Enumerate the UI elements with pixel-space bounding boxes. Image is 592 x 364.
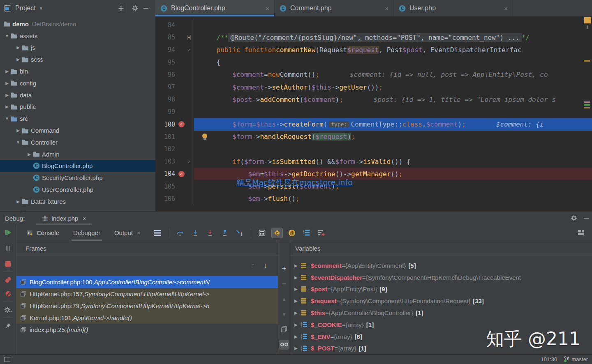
- tree-item-config[interactable]: ▶config: [0, 77, 155, 89]
- editor-tab-BlogController-php[interactable]: CBlogController.php×: [155, 0, 275, 16]
- inspection-indicator[interactable]: [584, 17, 591, 23]
- intention-bulb-icon[interactable]: [202, 134, 207, 138]
- chevron-right-icon[interactable]: ▶: [14, 199, 22, 204]
- gutter[interactable]: 95: [155, 56, 194, 69]
- gutter[interactable]: 85+: [155, 31, 194, 44]
- variable-row[interactable]: ▶$eventDispatcher = {Symfony\Component\H…: [290, 272, 592, 283]
- chevron-right-icon[interactable]: ▶: [294, 334, 301, 339]
- tree-item-Controller[interactable]: ▼Controller: [0, 136, 155, 148]
- gear-icon[interactable]: [571, 215, 577, 221]
- fold-down-icon[interactable]: ▽: [187, 48, 194, 52]
- evaluate-expression-button[interactable]: [257, 228, 268, 238]
- breakpoint-icon[interactable]: ✓: [175, 171, 187, 177]
- gutter[interactable]: 105: [155, 180, 194, 192]
- chevron-right-icon[interactable]: ▶: [294, 346, 301, 350]
- previous-frame-button[interactable]: ↑: [251, 262, 255, 270]
- tree-item-clipped[interactable]: ▶: [0, 207, 155, 211]
- step-into-button[interactable]: [190, 228, 201, 238]
- show-watches-button[interactable]: [278, 337, 290, 352]
- pin-tab-button[interactable]: [2, 320, 14, 331]
- variable-row[interactable]: ▶$post = {App\Entity\Post}[9]: [290, 283, 592, 295]
- threads-view-button[interactable]: [152, 228, 164, 238]
- chevron-down-icon[interactable]: ▼: [3, 116, 11, 121]
- stack-frame-row[interactable]: HttpKernel.php:157, Symfony\Component\Ht…: [16, 288, 278, 300]
- gutter[interactable]: 106: [155, 193, 194, 205]
- git-branch-widget[interactable]: master: [564, 356, 588, 362]
- gutter[interactable]: 101: [155, 131, 194, 143]
- chevron-down-icon[interactable]: ▼: [39, 6, 43, 11]
- chevron-right-icon[interactable]: ▶: [3, 93, 11, 97]
- view-breakpoints-button[interactable]: [2, 274, 14, 285]
- toolwindow-toggle-icon[interactable]: [4, 357, 10, 362]
- chevron-right-icon[interactable]: ▶: [294, 323, 301, 327]
- variable-row[interactable]: ▶$comment = {App\Entity\Comment}[5]: [290, 260, 592, 272]
- chevron-right-icon[interactable]: ▶: [3, 81, 11, 85]
- close-icon[interactable]: ×: [82, 215, 86, 222]
- gutter[interactable]: 99: [155, 106, 194, 118]
- move-down-button[interactable]: ▼: [278, 306, 290, 322]
- gutter[interactable]: 98: [155, 93, 194, 106]
- chevron-right-icon[interactable]: ▶: [14, 45, 22, 50]
- tree-item-Admin[interactable]: ▶Admin: [0, 148, 155, 160]
- tab-console[interactable]: Console: [22, 225, 63, 241]
- fold-down-icon[interactable]: ▽: [187, 159, 194, 164]
- tree-item-bin[interactable]: ▶bin: [0, 65, 155, 77]
- mail-at-button[interactable]: @: [286, 228, 298, 238]
- debug-session-tab[interactable]: index.php ×: [36, 212, 92, 225]
- gutter[interactable]: 102: [155, 143, 194, 155]
- stack-frame-row[interactable]: index.php:25, {main}(): [16, 324, 278, 336]
- move-up-button[interactable]: ▲: [278, 291, 290, 306]
- chevron-right-icon[interactable]: ▶: [14, 128, 22, 133]
- chevron-right-icon[interactable]: ▶: [294, 311, 301, 315]
- close-icon[interactable]: ×: [504, 5, 508, 12]
- variable-row[interactable]: ▶$request = {Symfony\Component\HttpFound…: [290, 295, 592, 307]
- resume-button[interactable]: [2, 227, 14, 238]
- gutter[interactable]: 103▽: [155, 155, 194, 168]
- close-icon[interactable]: ×: [385, 5, 388, 12]
- gutter[interactable]: 84: [155, 19, 194, 31]
- editor-tab-User-php[interactable]: CUser.php×: [394, 0, 513, 16]
- variable-row[interactable]: ▶$this = {App\Controller\BlogController}…: [290, 307, 592, 319]
- project-toolwindow-title[interactable]: Project: [15, 5, 36, 12]
- tab-output[interactable]: Output ×: [110, 225, 145, 241]
- breakpoint-icon[interactable]: ✓: [178, 171, 185, 177]
- tree-item-UserController.php[interactable]: CUserController.php: [0, 184, 155, 196]
- layout-settings-button[interactable]: [576, 228, 587, 238]
- tree-item-public[interactable]: ▶public: [0, 101, 155, 113]
- project-toolwindow-icon[interactable]: [4, 5, 11, 12]
- close-icon[interactable]: ×: [266, 5, 269, 12]
- chevron-right-icon[interactable]: ▶: [294, 287, 301, 291]
- remove-watch-button[interactable]: −: [278, 276, 290, 291]
- chevron-down-icon[interactable]: ▼: [14, 140, 22, 145]
- gutter[interactable]: 96: [155, 69, 194, 81]
- tree-item-Command[interactable]: ▶Command: [0, 124, 155, 136]
- debug-settings-button[interactable]: [2, 304, 14, 315]
- new-watch-button[interactable]: [316, 228, 327, 238]
- chevron-right-icon[interactable]: ▶: [14, 57, 22, 62]
- gutter[interactable]: 97: [155, 81, 194, 93]
- tree-item-DataFixtures[interactable]: ▶DataFixtures: [0, 196, 155, 207]
- stack-frame-row[interactable]: BlogController.php:100, App\Controller\B…: [16, 276, 278, 288]
- next-frame-button[interactable]: ↓: [264, 262, 268, 270]
- pause-button[interactable]: [2, 243, 14, 253]
- gutter[interactable]: 94▽: [155, 44, 194, 56]
- tree-item-src[interactable]: ▼src: [0, 113, 155, 124]
- show-values-inline-button[interactable]: 123: [301, 228, 312, 238]
- collapse-all-button[interactable]: [116, 3, 126, 14]
- stop-button[interactable]: [2, 258, 14, 269]
- chevron-right-icon[interactable]: ▶: [3, 69, 11, 74]
- mute-breakpoints-button[interactable]: [2, 288, 14, 299]
- tab-debugger[interactable]: Debugger: [69, 225, 104, 241]
- chevron-down-icon[interactable]: ▼: [3, 34, 11, 38]
- editor-tab-Comment-php[interactable]: CComment.php×: [275, 0, 394, 16]
- chevron-right-icon[interactable]: ▶: [25, 152, 33, 157]
- tree-item-scss[interactable]: ▶scss: [0, 53, 155, 65]
- code-editor[interactable]: 8485+/** @Route("/comment/{postSlug}/new…: [155, 16, 592, 211]
- copy-button[interactable]: [278, 322, 290, 337]
- caret-position[interactable]: 101:30: [541, 356, 557, 362]
- breakpoint-icon[interactable]: ✓: [178, 121, 185, 127]
- tree-item-demo[interactable]: demo/JetBrains/demo: [0, 18, 155, 30]
- gutter[interactable]: 104✓: [155, 168, 194, 180]
- breakpoint-icon[interactable]: ✓: [175, 121, 187, 127]
- gear-icon[interactable]: [130, 3, 141, 14]
